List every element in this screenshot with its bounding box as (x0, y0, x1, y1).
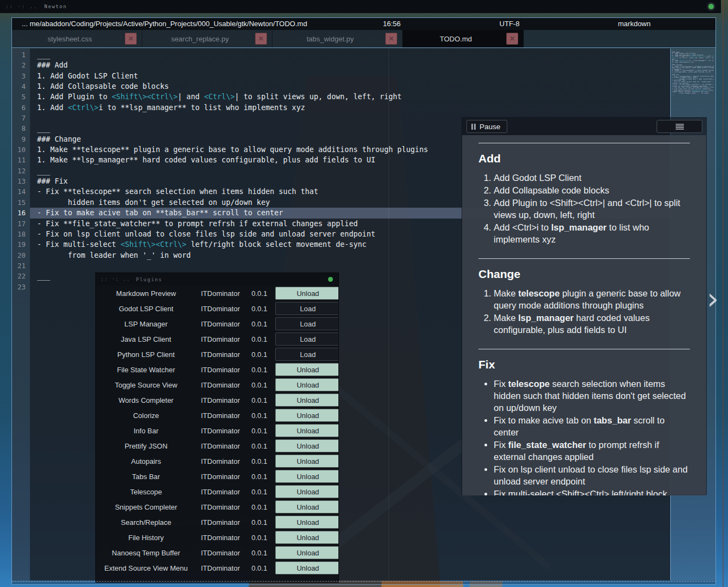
section-divider (478, 258, 690, 259)
plugin-name: Prettify JSON (97, 442, 195, 450)
plugin-author: ITDominator (197, 518, 244, 527)
plugin-row: Markdown PreviewITDominator0.0.1Unload (96, 286, 338, 301)
preview-menu-button[interactable] (657, 120, 702, 133)
line-number: 14 (12, 186, 30, 197)
plugin-version: 0.0.1 (246, 381, 273, 389)
tab-close-icon[interactable]: ✕ (255, 33, 267, 45)
plugin-name: Autopairs (97, 457, 195, 465)
line-number: 18 (12, 229, 30, 239)
tab-bar: stylesheet.css✕search_replace.py✕tabs_wi… (12, 30, 715, 47)
line-number: 2 (12, 60, 30, 70)
plugin-version: 0.0.1 (246, 350, 273, 359)
section-heading: Change (478, 268, 690, 281)
unload-plugin-button[interactable]: Unload (275, 424, 339, 437)
plugin-author: ITDominator (197, 411, 244, 420)
preview-rendered-content: AddAdd Godot LSP ClientAdd Collapsable c… (462, 135, 706, 495)
wm-layout-glyphs: :: ·: .. (5, 4, 38, 9)
plugin-row: File HistoryITDominator0.0.1Unload (96, 530, 338, 545)
plugin-author: ITDominator (197, 427, 244, 435)
plugin-name: File State Watcher (97, 366, 195, 374)
unload-plugin-button[interactable]: Unload (275, 363, 339, 376)
plugin-version: 0.0.1 (246, 427, 273, 435)
section-heading: Fix (478, 358, 690, 371)
language-label: markdown (618, 20, 651, 28)
code-line: 1. Add Godot LSP Client (30, 71, 670, 81)
section-divider (478, 143, 690, 143)
unload-plugin-button[interactable]: Unload (275, 561, 339, 574)
plugin-version: 0.0.1 (246, 473, 273, 481)
line-number: 19 (12, 239, 30, 250)
encoding-label: UTF-8 (500, 20, 520, 28)
window-status-dot[interactable] (708, 4, 714, 9)
line-number: 9 (12, 134, 30, 144)
line-number: 20 (12, 250, 30, 261)
plugin-version: 0.0.1 (246, 534, 273, 542)
section-heading: Add (478, 152, 690, 165)
load-plugin-button[interactable]: Load (275, 317, 339, 330)
plugin-version: 0.0.1 (246, 503, 273, 511)
plugin-name: Godot LSP Client (97, 305, 195, 313)
unload-plugin-button[interactable]: Unload (275, 485, 339, 498)
tab-close-icon[interactable]: ✕ (506, 33, 518, 45)
preview-toolbar: Pause (462, 118, 706, 135)
line-number: 6 (12, 102, 30, 113)
pause-button[interactable]: Pause (466, 120, 507, 133)
desktop: :: ·: .. Newton ... me/abaddon/Coding/Pr… (0, 0, 728, 587)
plugin-version: 0.0.1 (246, 518, 273, 527)
tab-close-icon[interactable]: ✕ (385, 33, 397, 45)
line-number: 15 (12, 197, 30, 208)
tab-stylesheet.css[interactable]: stylesheet.css✕ (12, 30, 142, 47)
plugin-name: Python LSP Client (97, 350, 195, 359)
plugin-row: ColorizeITDominator0.0.1Unload (96, 408, 338, 423)
plugin-row: AutopairsITDominator0.0.1Unload (96, 453, 338, 469)
plugin-author: ITDominator (197, 320, 244, 328)
code-line: 1. Add <Ctrl\>i to **lsp_manager** to li… (30, 102, 670, 113)
plugins-status-dot[interactable] (328, 277, 333, 282)
unload-plugin-button[interactable]: Unload (275, 409, 339, 422)
code-line: 1. Add Plugin to <Shift\><Ctrl\>| and <C… (30, 92, 670, 102)
window-titlebar[interactable]: :: ·: .. Newton (0, 0, 721, 13)
tab-label: TODO.md (440, 35, 486, 43)
plugin-version: 0.0.1 (246, 411, 273, 420)
line-number: 16 (12, 208, 30, 218)
load-plugin-button[interactable]: Load (275, 348, 339, 361)
unload-plugin-button[interactable]: Unload (275, 455, 339, 468)
section-list: Make telescope plugin a generic base to … (478, 287, 690, 336)
plugin-author: ITDominator (197, 305, 244, 313)
tab-close-icon[interactable]: ✕ (125, 33, 137, 45)
unload-plugin-button[interactable]: Unload (275, 546, 339, 559)
plugin-row: File State WatcherITDominator0.0.1Unload (96, 362, 338, 377)
plugin-version: 0.0.1 (246, 366, 273, 374)
tab-search_replace.py[interactable]: search_replace.py✕ (142, 30, 272, 47)
plugin-version: 0.0.1 (246, 335, 273, 343)
markdown-preview-panel: Pause AddAdd Godot LSP ClientAdd Collaps… (462, 117, 707, 495)
plugin-name: Nanoesq Temp Buffer (97, 549, 195, 557)
unload-plugin-button[interactable]: Unload (275, 470, 339, 483)
unload-plugin-button[interactable]: Unload (275, 378, 339, 391)
section-divider (478, 349, 690, 349)
plugin-row: Search/ReplaceITDominator0.0.1Unload (96, 515, 338, 530)
unload-plugin-button[interactable]: Unload (275, 531, 339, 544)
plugin-row: Nanoesq Temp BufferITDominator0.0.1Unloa… (96, 545, 338, 560)
unload-plugin-button[interactable]: Unload (275, 500, 339, 513)
line-number: 22 (12, 271, 30, 281)
plugin-author: ITDominator (197, 564, 244, 572)
load-plugin-button[interactable]: Load (275, 302, 339, 315)
load-plugin-button[interactable]: Load (275, 332, 339, 346)
plugin-author: ITDominator (197, 366, 244, 374)
plugin-author: ITDominator (197, 350, 244, 359)
plugins-titlebar[interactable]: :: ·: .. Plugins (96, 273, 338, 286)
plugins-window-title: Plugins (136, 277, 162, 282)
list-item: Fix file_state_watcher to prompt refrsh … (494, 439, 690, 463)
window-resize-handle[interactable] (12, 581, 716, 582)
plugin-version: 0.0.1 (246, 442, 273, 450)
unload-plugin-button[interactable]: Unload (275, 394, 339, 407)
unload-plugin-button[interactable]: Unload (275, 516, 339, 529)
unload-plugin-button[interactable]: Unload (275, 439, 339, 452)
plugin-name: Colorize (97, 411, 195, 420)
chevron-right-icon[interactable]: › (707, 288, 719, 310)
unload-plugin-button[interactable]: Unload (275, 287, 339, 300)
tab-tabs_widget.py[interactable]: tabs_widget.py✕ (272, 30, 403, 47)
tab-TODO.md[interactable]: TODO.md✕ (403, 30, 524, 47)
plugin-row: LSP ManagerITDominator0.0.1Load (96, 316, 338, 331)
